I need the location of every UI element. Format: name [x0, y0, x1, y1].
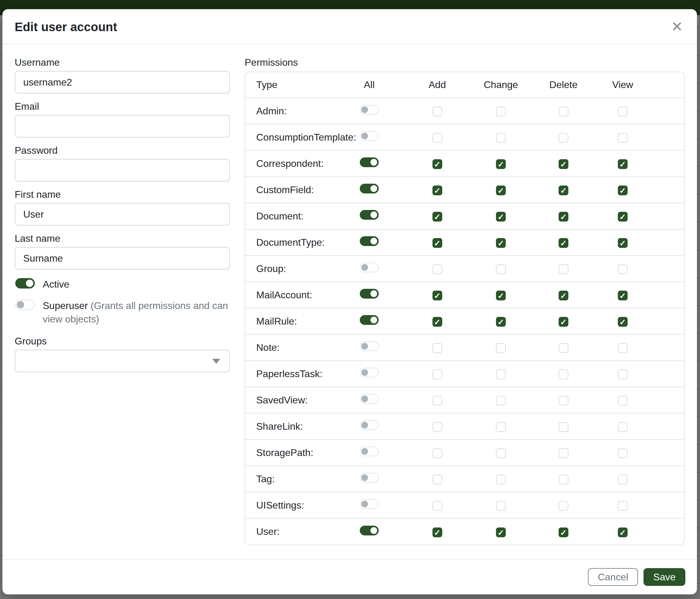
permission-delete-checkbox[interactable]	[558, 527, 568, 537]
permission-all-toggle[interactable]	[360, 473, 379, 483]
close-icon[interactable]: ✕	[669, 20, 685, 33]
superuser-toggle[interactable]	[15, 300, 35, 310]
permission-change-checkbox[interactable]	[496, 501, 506, 511]
permission-view-checkbox[interactable]	[618, 159, 628, 169]
permission-delete-checkbox[interactable]	[558, 448, 568, 458]
permission-change-checkbox[interactable]	[496, 396, 506, 406]
permission-delete-checkbox[interactable]	[558, 133, 568, 143]
groups-select[interactable]	[15, 350, 230, 372]
permission-delete-checkbox[interactable]	[558, 159, 568, 169]
permission-change-checkbox[interactable]	[496, 159, 506, 169]
permission-change-checkbox[interactable]	[496, 448, 506, 458]
permission-delete-checkbox[interactable]	[558, 238, 568, 248]
permission-add-checkbox[interactable]	[432, 422, 442, 432]
permission-delete-checkbox[interactable]	[558, 317, 568, 327]
permission-view-checkbox[interactable]	[618, 343, 628, 353]
permission-view-checkbox[interactable]	[618, 317, 628, 327]
permission-add-checkbox[interactable]	[432, 159, 442, 169]
permission-view-checkbox[interactable]	[618, 212, 628, 221]
permission-all-toggle[interactable]	[360, 394, 379, 404]
permission-view-checkbox[interactable]	[618, 107, 628, 116]
permission-delete-checkbox[interactable]	[558, 369, 568, 379]
permission-add-checkbox[interactable]	[432, 501, 442, 511]
permission-all-toggle[interactable]	[360, 263, 379, 272]
permission-view-checkbox[interactable]	[618, 291, 628, 301]
permission-delete-checkbox[interactable]	[558, 422, 568, 432]
permission-delete-checkbox[interactable]	[558, 212, 568, 221]
permission-delete-checkbox[interactable]	[558, 396, 568, 406]
permission-all-toggle[interactable]	[360, 341, 379, 351]
permission-change-checkbox[interactable]	[496, 107, 506, 116]
permission-add-checkbox[interactable]	[432, 317, 442, 327]
permission-change-checkbox[interactable]	[496, 186, 506, 195]
permission-add-checkbox[interactable]	[432, 133, 442, 143]
cancel-button[interactable]: Cancel	[588, 568, 638, 586]
email-input[interactable]	[15, 115, 230, 138]
save-button[interactable]: Save	[644, 568, 685, 586]
permission-change-checkbox[interactable]	[496, 264, 506, 274]
permission-all-toggle[interactable]	[360, 131, 379, 141]
password-input[interactable]	[15, 159, 230, 182]
permission-add-checkbox[interactable]	[432, 369, 442, 379]
permission-all-toggle[interactable]	[360, 158, 379, 167]
permission-add-checkbox[interactable]	[432, 264, 442, 274]
permission-all-toggle[interactable]	[360, 105, 379, 115]
permission-add-checkbox[interactable]	[432, 448, 442, 458]
permission-view-checkbox[interactable]	[618, 369, 628, 379]
permission-delete-checkbox[interactable]	[558, 291, 568, 301]
permission-change-checkbox[interactable]	[496, 527, 506, 537]
permission-change-checkbox[interactable]	[496, 317, 506, 327]
permission-all-toggle[interactable]	[360, 420, 379, 430]
permission-all-toggle[interactable]	[360, 210, 379, 220]
permission-add-checkbox[interactable]	[432, 475, 442, 484]
permission-change-checkbox[interactable]	[496, 238, 506, 248]
last-name-input[interactable]	[15, 247, 230, 269]
permission-add-checkbox[interactable]	[432, 291, 442, 301]
permission-all-toggle[interactable]	[360, 368, 379, 378]
permission-change-checkbox[interactable]	[496, 369, 506, 379]
permission-add-checkbox[interactable]	[432, 212, 442, 221]
permission-change-checkbox[interactable]	[496, 343, 506, 353]
permission-add-checkbox[interactable]	[432, 186, 442, 195]
permission-delete-checkbox[interactable]	[558, 501, 568, 511]
permission-all-toggle[interactable]	[360, 289, 379, 298]
permission-view-checkbox[interactable]	[618, 422, 628, 432]
first-name-input[interactable]	[15, 203, 230, 225]
permission-view-checkbox[interactable]	[618, 133, 628, 143]
permission-change-checkbox[interactable]	[496, 291, 506, 301]
permission-all-toggle[interactable]	[360, 447, 379, 456]
permission-change-checkbox[interactable]	[496, 133, 506, 143]
permission-delete-checkbox[interactable]	[558, 343, 568, 353]
permission-view-checkbox[interactable]	[618, 475, 628, 484]
permission-view-checkbox[interactable]	[618, 501, 628, 511]
username-input[interactable]	[15, 71, 230, 94]
permission-add-checkbox[interactable]	[432, 527, 442, 537]
permission-delete-checkbox[interactable]	[558, 264, 568, 274]
permission-view-checkbox[interactable]	[618, 238, 628, 248]
permission-change-checkbox[interactable]	[496, 212, 506, 221]
permission-change-checkbox[interactable]	[496, 475, 506, 484]
permission-delete-checkbox[interactable]	[558, 107, 568, 116]
permission-all-toggle[interactable]	[360, 526, 379, 535]
permission-change-checkbox[interactable]	[496, 422, 506, 432]
toggle-knob	[371, 212, 377, 218]
permission-view-checkbox[interactable]	[618, 186, 628, 195]
permission-all-toggle[interactable]	[360, 315, 379, 325]
permission-add-checkbox[interactable]	[432, 238, 442, 248]
permission-all-toggle[interactable]	[360, 184, 379, 193]
permission-all-toggle[interactable]	[360, 236, 379, 246]
permission-add-checkbox[interactable]	[432, 396, 442, 406]
permission-type-label: Correspondent:	[256, 158, 324, 169]
permission-all-toggle[interactable]	[360, 499, 379, 509]
first-name-field-group: First name	[15, 188, 230, 225]
permission-delete-checkbox[interactable]	[558, 186, 568, 195]
active-toggle[interactable]	[15, 278, 35, 288]
password-label: Password	[15, 144, 230, 157]
permission-view-checkbox[interactable]	[618, 448, 628, 458]
permission-view-checkbox[interactable]	[618, 264, 628, 274]
permission-view-checkbox[interactable]	[618, 396, 628, 406]
permission-delete-checkbox[interactable]	[558, 475, 568, 484]
permission-view-checkbox[interactable]	[618, 527, 628, 537]
permission-add-checkbox[interactable]	[432, 107, 442, 116]
permission-add-checkbox[interactable]	[432, 343, 442, 353]
